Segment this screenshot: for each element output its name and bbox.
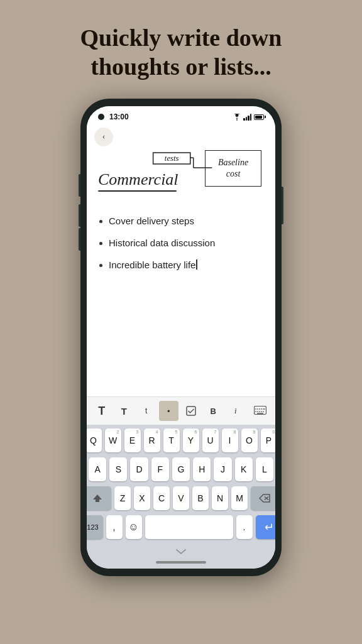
key-j[interactable]: J — [214, 457, 231, 481]
format-checkbox[interactable] — [181, 401, 201, 421]
key-g[interactable]: G — [172, 457, 190, 481]
key-backspace[interactable] — [251, 486, 275, 510]
keyboard: Q W2 E3 R4 T5 Y6 U7 I8 O9 P0 A S D F — [87, 425, 275, 547]
key-k[interactable]: K — [235, 457, 253, 481]
key-u[interactable]: U7 — [202, 428, 219, 452]
home-bar — [156, 561, 206, 564]
handwriting-commercial: Commercial — [98, 170, 178, 192]
headline-line2: thoughts or lists... — [90, 53, 272, 80]
bullet-dot — [99, 220, 102, 223]
phone-mockup: 13:00 — [80, 99, 282, 576]
key-period[interactable]: . — [236, 515, 253, 539]
list-item: Incredible battery life — [99, 259, 263, 270]
key-o[interactable]: O9 — [241, 428, 258, 452]
camera-dot — [98, 114, 104, 120]
keyboard-row-3: Z X C V B N M — [89, 486, 273, 510]
key-comma[interactable]: , — [106, 515, 123, 539]
key-m[interactable]: M — [231, 486, 248, 510]
checkbox-icon — [186, 406, 196, 416]
status-time: 13:00 — [109, 112, 129, 121]
key-a[interactable]: A — [89, 457, 106, 481]
format-italic[interactable]: i — [226, 401, 246, 421]
handwriting-area: tests Commercial Baseline cost — [94, 150, 268, 207]
key-z[interactable]: Z — [114, 486, 131, 510]
bullet-list: Cover delivery steps Historical data dis… — [94, 216, 268, 270]
key-space[interactable] — [145, 515, 233, 539]
key-numbers[interactable]: ?123 — [87, 515, 103, 539]
key-c[interactable]: C — [153, 486, 170, 510]
keyboard-row-4: ?123 , ☺ . ↵ — [89, 515, 273, 539]
text-cursor — [196, 259, 197, 270]
key-t[interactable]: T5 — [163, 428, 180, 452]
key-q[interactable]: Q — [87, 428, 102, 452]
keyboard-icon — [254, 406, 266, 416]
list-item: Historical data discussion — [99, 237, 263, 248]
keyboard-toggle-button[interactable] — [251, 401, 271, 421]
key-emoji[interactable]: ☺ — [126, 515, 142, 539]
key-y[interactable]: Y6 — [183, 428, 199, 452]
svg-text:tests: tests — [165, 154, 179, 163]
status-bar: 13:00 — [87, 106, 275, 124]
key-p[interactable]: P0 — [261, 428, 276, 452]
phone-body: 13:00 — [80, 99, 282, 576]
back-arrow-icon: ‹ — [102, 132, 106, 142]
key-b[interactable]: B — [192, 486, 209, 510]
headline-line1: Quickly write down — [80, 25, 282, 51]
svg-rect-5 — [187, 407, 195, 415]
svg-marker-19 — [93, 494, 102, 502]
shift-icon — [92, 494, 102, 503]
key-shift[interactable] — [87, 486, 111, 510]
format-heading-small[interactable]: t — [136, 401, 156, 421]
status-icons — [233, 114, 264, 121]
baseline-cost-text: Baseline cost — [218, 157, 248, 180]
keyboard-row-1: Q W2 E3 R4 T5 Y6 U7 I8 O9 P0 — [89, 428, 273, 452]
wifi-icon — [233, 114, 241, 121]
key-x[interactable]: X — [134, 486, 150, 510]
format-toolbar: T T t • B i — [87, 396, 275, 425]
format-heading-medium[interactable]: T — [114, 401, 134, 421]
battery-icon — [254, 114, 264, 120]
backspace-icon — [259, 494, 270, 503]
key-w[interactable]: W2 — [105, 428, 121, 452]
format-bold[interactable]: B — [204, 401, 224, 421]
note-content: ‹ tests — [87, 124, 275, 396]
home-indicator-bar — [87, 559, 275, 569]
headline: Quickly write down thoughts or lists... — [55, 0, 307, 99]
key-f[interactable]: F — [151, 457, 169, 481]
key-d[interactable]: D — [130, 457, 148, 481]
format-bullet[interactable]: • — [159, 401, 179, 421]
key-l[interactable]: L — [256, 457, 273, 481]
key-v[interactable]: V — [173, 486, 189, 510]
phone-screen: 13:00 — [87, 106, 275, 569]
keyboard-row-2: A S D F G H J K L — [89, 457, 273, 481]
key-r[interactable]: R4 — [144, 428, 160, 452]
key-e[interactable]: E3 — [124, 428, 141, 452]
list-item-text: Historical data discussion — [109, 237, 215, 248]
bullet-dot — [99, 264, 102, 267]
chevron-down-icon — [175, 548, 187, 555]
baseline-cost-box: Baseline cost — [205, 150, 261, 187]
status-left: 13:00 — [98, 112, 129, 121]
list-item: Cover delivery steps — [99, 216, 263, 226]
key-i[interactable]: I8 — [222, 428, 238, 452]
format-heading-large[interactable]: T — [92, 401, 112, 421]
key-n[interactable]: N — [212, 486, 228, 510]
back-button[interactable]: ‹ — [94, 128, 113, 146]
key-enter[interactable]: ↵ — [256, 515, 276, 539]
key-h[interactable]: H — [193, 457, 211, 481]
key-s[interactable]: S — [109, 457, 127, 481]
list-item-text: Cover delivery steps — [109, 216, 194, 226]
signal-icon — [243, 114, 251, 121]
list-item-text: Incredible battery life — [109, 259, 195, 270]
chevron-down[interactable] — [87, 547, 275, 559]
bullet-dot — [99, 242, 102, 245]
